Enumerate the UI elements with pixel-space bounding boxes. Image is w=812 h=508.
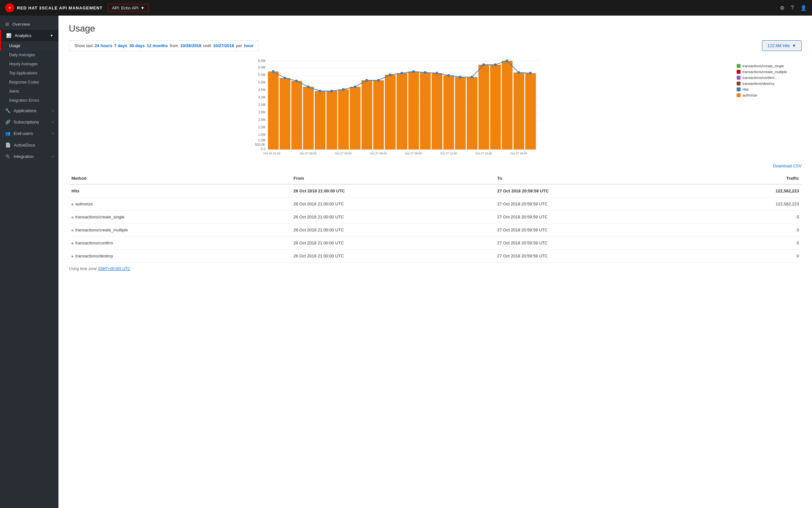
gear-icon[interactable]: ⚙ <box>780 5 784 11</box>
svg-point-70 <box>471 76 473 78</box>
svg-text:3.0M: 3.0M <box>258 111 266 114</box>
analytics-chevron-icon: ▼ <box>50 34 53 37</box>
sidebar-label-activedocs: ActiveDocs <box>14 143 35 147</box>
legend-color-2 <box>737 76 741 80</box>
svg-point-63 <box>389 74 391 76</box>
filter-30days[interactable]: 30 days <box>129 43 145 48</box>
sidebar-item-response-codes[interactable]: Response Codes <box>0 78 58 87</box>
svg-rect-32 <box>303 87 314 150</box>
chart-legend: transactions/create_singletransactions/c… <box>737 57 802 155</box>
cell-traffic: 122,582,223 <box>698 184 802 198</box>
svg-rect-41 <box>408 72 419 150</box>
svg-text:5.5M: 5.5M <box>258 73 266 77</box>
sidebar-item-applications[interactable]: 🔧 Applications › <box>0 105 58 116</box>
sidebar-item-overview[interactable]: ⊞ Overview <box>0 18 58 30</box>
table-row: authorize26 Oct 2018 21:00:00 UTC27 Oct … <box>69 198 802 211</box>
integration-chevron-icon: › <box>52 155 53 158</box>
legend-color-0 <box>737 64 741 68</box>
sidebar-item-analytics[interactable]: 📊 Analytics ▼ <box>0 30 58 41</box>
overview-icon: ⊞ <box>5 22 9 27</box>
timezone-link[interactable]: (GMT+00:00) UTC <box>98 266 130 271</box>
svg-rect-31 <box>291 81 302 150</box>
svg-text:6.0M: 6.0M <box>258 66 266 69</box>
cell-from: 26 Oct 2018 21:00:00 UTC <box>291 250 494 263</box>
cell-traffic: 0 <box>698 237 802 250</box>
table-row: transactions/confirm26 Oct 2018 21:00:00… <box>69 237 802 250</box>
hits-label: 122.6M Hits <box>767 43 790 48</box>
col-to: To <box>495 173 698 184</box>
svg-point-56 <box>307 85 309 88</box>
page-title: Usage <box>69 24 802 34</box>
sidebar-label-subscriptions: Subscriptions <box>14 120 39 125</box>
filter-24h[interactable]: 24 hours <box>95 43 112 48</box>
svg-text:5.0M: 5.0M <box>258 81 266 84</box>
question-icon[interactable]: ? <box>791 5 794 11</box>
legend-item: transactions/create_multiple <box>737 70 802 74</box>
sidebar-item-usage[interactable]: Usage <box>0 41 58 50</box>
redhat-logo <box>5 3 14 12</box>
cell-method: authorize <box>69 198 291 211</box>
top-navigation: RED HAT 3SCALE API MANAGEMENT API: Echo … <box>0 0 812 15</box>
svg-text:0.0: 0.0 <box>261 147 266 151</box>
download-csv-link[interactable]: Download CSV <box>773 164 802 168</box>
cell-from: 26 Oct 2018 21:00:00 UTC <box>291 224 494 237</box>
cell-from: 26 Oct 2018 21:00:00 UTC <box>291 237 494 250</box>
cell-to: 27 Oct 2018 20:59:59 UTC <box>495 211 698 224</box>
svg-rect-45 <box>455 77 466 150</box>
legend-item: transactions/create_single <box>737 64 802 68</box>
sub-indicator <box>71 216 74 218</box>
sidebar-item-activedocs[interactable]: 📄 ActiveDocs <box>0 139 58 151</box>
svg-text:4.5M: 4.5M <box>258 88 266 92</box>
svg-point-58 <box>330 90 333 92</box>
cell-traffic: 0 <box>698 211 802 224</box>
svg-text:6.5M: 6.5M <box>258 59 266 63</box>
svg-text:4.0M: 4.0M <box>258 95 266 99</box>
svg-point-75 <box>529 72 532 75</box>
hits-dropdown-button[interactable]: 122.6M Hits ▼ <box>762 40 802 51</box>
filter-7days[interactable]: 7 days <box>114 43 127 48</box>
api-selector-button[interactable]: API: Echo API ▼ <box>108 4 149 12</box>
svg-rect-47 <box>478 65 489 150</box>
per-unit[interactable]: hour <box>244 43 254 48</box>
timezone-note: Using time zone (GMT+00:00) UTC <box>69 266 802 271</box>
sidebar-item-daily-averages[interactable]: Daily Averages <box>0 50 58 59</box>
filter-12months[interactable]: 12 months <box>147 43 168 48</box>
user-icon[interactable]: 👤 <box>800 5 807 11</box>
col-method: Method <box>69 173 291 184</box>
table-row: transactions/create_multiple26 Oct 2018 … <box>69 224 802 237</box>
brand-name: RED HAT 3SCALE API MANAGEMENT <box>17 5 103 10</box>
svg-point-59 <box>342 88 345 91</box>
until-label: until <box>203 43 211 48</box>
hits-chevron-icon: ▼ <box>792 43 796 48</box>
sidebar-item-hourly-averages[interactable]: Hourly Averages <box>0 59 58 69</box>
svg-rect-52 <box>528 84 536 150</box>
sidebar-item-subscriptions[interactable]: 🔗 Subscriptions › <box>0 116 58 128</box>
table-row: Hits26 Oct 2018 21:00:00 UTC27 Oct 2018 … <box>69 184 802 198</box>
download-csv-area: Download CSV <box>69 163 802 169</box>
svg-rect-40 <box>396 73 407 150</box>
legend-color-5 <box>737 93 741 97</box>
col-traffic: Traffic <box>698 173 802 184</box>
svg-text:2.0M: 2.0M <box>258 125 266 129</box>
svg-point-64 <box>400 72 403 75</box>
from-date[interactable]: 10/26/2018 <box>180 43 201 48</box>
data-table: Method From To Traffic Hits26 Oct 2018 2… <box>69 173 802 263</box>
cell-to: 27 Oct 2018 20:59:59 UTC <box>495 224 698 237</box>
cell-traffic: 0 <box>698 224 802 237</box>
svg-rect-39 <box>385 75 396 150</box>
svg-rect-50 <box>514 73 524 150</box>
svg-text:Oct 27 18:00: Oct 27 18:00 <box>510 152 527 155</box>
endusers-icon: 👥 <box>5 131 10 136</box>
legend-item: authorize <box>737 93 802 97</box>
sidebar-label-integration: Integration <box>14 154 34 159</box>
svg-text:3.5M: 3.5M <box>258 103 266 107</box>
sidebar-item-integration-errors[interactable]: Integration Errors <box>0 96 58 105</box>
sidebar-item-alerts[interactable]: Alerts <box>0 87 58 96</box>
svg-text:Oct 27 09:00: Oct 27 09:00 <box>405 152 422 155</box>
svg-point-71 <box>482 64 485 66</box>
sidebar-item-top-applications[interactable]: Top Applications <box>0 69 58 78</box>
sidebar-item-integration[interactable]: 🔌 Integration › <box>0 151 58 162</box>
sidebar-item-endusers[interactable]: 👥 End-users › <box>0 128 58 139</box>
sidebar-label-analytics: Analytics <box>15 33 32 38</box>
until-date[interactable]: 10/27/2018 <box>213 43 234 48</box>
